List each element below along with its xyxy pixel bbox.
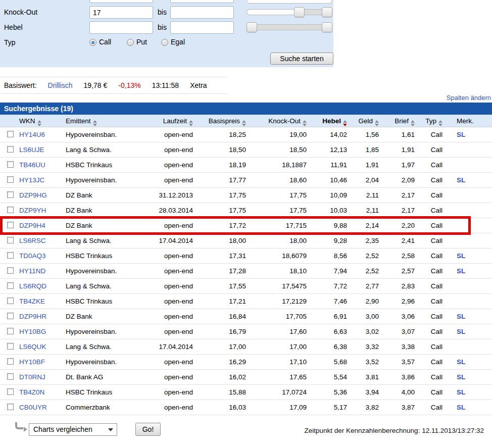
row-checkbox[interactable] xyxy=(7,176,14,183)
wkn-link[interactable]: LS6RSC xyxy=(19,237,46,244)
header-basispreis[interactable]: Basispreis xyxy=(195,115,248,127)
hebel-to-input[interactable] xyxy=(170,21,234,34)
header-hebel-sorted[interactable]: Hebel xyxy=(309,115,349,127)
wkn-link[interactable]: HY10BG xyxy=(19,328,46,335)
charts-vergleichen-select[interactable]: Charts vergleichen xyxy=(29,423,117,436)
merk-sl-link[interactable]: SL xyxy=(457,328,465,335)
sort-icon[interactable] xyxy=(303,120,307,126)
row-checkbox[interactable] xyxy=(7,161,14,168)
hebel-from-input[interactable] xyxy=(89,21,153,34)
merk-sl-link[interactable]: SL xyxy=(457,252,465,260)
sort-icon[interactable] xyxy=(375,120,379,126)
row-checkbox[interactable] xyxy=(7,404,14,410)
row-checkbox[interactable] xyxy=(7,313,14,319)
table-row: LS6QUK Lang & Schwa. 17.04.2014 17,00 17… xyxy=(0,339,492,355)
wkn-link[interactable]: HY10BF xyxy=(19,358,45,366)
wkn-link[interactable]: DT0RNJ xyxy=(19,373,45,381)
radio-egal[interactable]: Egal xyxy=(161,38,185,46)
header-brief[interactable]: Brief xyxy=(381,115,417,127)
row-checkbox[interactable] xyxy=(7,207,14,213)
radio-put-icon[interactable] xyxy=(127,39,134,46)
brief-cell: 2,17 xyxy=(381,203,417,218)
knock-out-slider-handle-min[interactable] xyxy=(294,7,305,17)
go-button[interactable]: Go! xyxy=(135,423,161,436)
sort-icon[interactable] xyxy=(242,120,246,126)
brief-cell: 3,07 xyxy=(381,324,417,339)
radio-call-icon[interactable] xyxy=(89,39,96,46)
sort-icon[interactable] xyxy=(411,120,415,126)
wkn-link[interactable]: DZP9YH xyxy=(19,207,46,214)
hebel-cell: 6,63 xyxy=(309,324,349,339)
merk-sl-link[interactable]: SL xyxy=(457,313,465,320)
header-emittent[interactable]: Emittent xyxy=(64,115,154,127)
header-laufzeit[interactable]: Laufzeit xyxy=(154,115,195,127)
wkn-link[interactable]: TB46UU xyxy=(19,161,45,169)
header-geld[interactable]: Geld xyxy=(349,115,381,127)
merk-sl-link[interactable]: SL xyxy=(457,358,465,366)
wkn-link[interactable]: TB4ZKE xyxy=(19,297,45,305)
laufzeit-cell: open-end xyxy=(154,370,195,384)
row-checkbox[interactable] xyxy=(7,297,14,304)
sort-icon[interactable] xyxy=(189,120,193,126)
header-typ[interactable]: Typ xyxy=(417,115,445,127)
wkn-link[interactable]: HY14U6 xyxy=(19,131,45,138)
wkn-link[interactable]: DZP9HR xyxy=(19,313,46,320)
row-checkbox[interactable] xyxy=(7,191,14,198)
wkn-link[interactable]: CB0UYR xyxy=(19,404,47,411)
typ-cell: Call xyxy=(417,385,445,400)
sort-icon[interactable] xyxy=(37,120,41,126)
row-checkbox[interactable] xyxy=(7,267,14,274)
row-checkbox[interactable] xyxy=(7,373,14,380)
wkn-link[interactable]: LS6QUK xyxy=(19,343,46,351)
wkn-link[interactable]: HY11ND xyxy=(19,267,45,275)
hebel-slider-handle-min[interactable] xyxy=(247,22,257,32)
header-knock-out[interactable]: Knock-Out xyxy=(248,115,309,127)
hebel-cell: 10,03 xyxy=(309,203,349,218)
laufzeit-cell: open-end xyxy=(154,324,195,339)
row-checkbox[interactable] xyxy=(7,358,14,365)
merk-sl-link[interactable]: SL xyxy=(457,388,465,396)
wkn-link[interactable]: TD0AQ3 xyxy=(19,252,46,260)
radio-put[interactable]: Put xyxy=(127,38,147,46)
geld-cell: 2,52 xyxy=(349,264,381,278)
wkn-link[interactable]: LS6RQD xyxy=(19,282,46,290)
partial-to-input[interactable] xyxy=(170,0,234,3)
partial-from-input[interactable] xyxy=(89,0,153,3)
suche-starten-button[interactable]: Suche starten xyxy=(270,53,333,65)
partial-range-slider[interactable] xyxy=(247,0,332,4)
knock-out-from-input[interactable] xyxy=(89,6,153,19)
wkn-link[interactable]: HY13JC xyxy=(19,176,44,184)
knock-out-slider-handle-max[interactable] xyxy=(322,7,332,17)
hebel-slider-handle-max[interactable] xyxy=(322,22,332,32)
sort-icon-active-desc[interactable] xyxy=(343,120,347,126)
wkn-link[interactable]: DZP9HG xyxy=(19,191,47,199)
hebel-range-slider[interactable] xyxy=(247,22,332,32)
header-wkn[interactable]: WKN xyxy=(17,115,64,127)
wkn-link[interactable]: DZP9H4 xyxy=(19,222,45,229)
row-checkbox[interactable] xyxy=(7,252,14,259)
row-checkbox[interactable] xyxy=(7,146,14,153)
row-checkbox[interactable] xyxy=(7,388,14,395)
knock-out-range-slider[interactable] xyxy=(247,7,332,17)
row-checkbox[interactable] xyxy=(7,131,14,137)
radio-call[interactable]: Call xyxy=(89,38,111,46)
sort-icon[interactable] xyxy=(93,120,97,126)
row-checkbox[interactable] xyxy=(7,282,14,289)
merk-sl-link[interactable]: SL xyxy=(457,176,465,184)
emittent-cell: DZ Bank xyxy=(64,218,154,233)
merk-sl-link[interactable]: SL xyxy=(457,131,465,138)
sort-icon[interactable] xyxy=(438,120,442,126)
radio-egal-icon[interactable] xyxy=(161,39,168,46)
merk-sl-link[interactable]: SL xyxy=(457,373,465,381)
row-checkbox[interactable] xyxy=(7,343,14,350)
knock-out-to-input[interactable] xyxy=(170,6,234,19)
row-checkbox[interactable] xyxy=(7,222,14,228)
merk-sl-link[interactable]: SL xyxy=(457,267,465,275)
row-checkbox[interactable] xyxy=(7,237,14,243)
merk-sl-link[interactable]: SL xyxy=(457,404,465,411)
spalten-aendern-link[interactable]: Spalten ändern xyxy=(447,94,491,102)
wkn-link[interactable]: TB4Z0N xyxy=(19,388,44,396)
row-checkbox[interactable] xyxy=(7,328,14,334)
wkn-link[interactable]: LS6UJE xyxy=(19,146,44,154)
basiswert-name-link[interactable]: Drillisch xyxy=(48,81,73,89)
